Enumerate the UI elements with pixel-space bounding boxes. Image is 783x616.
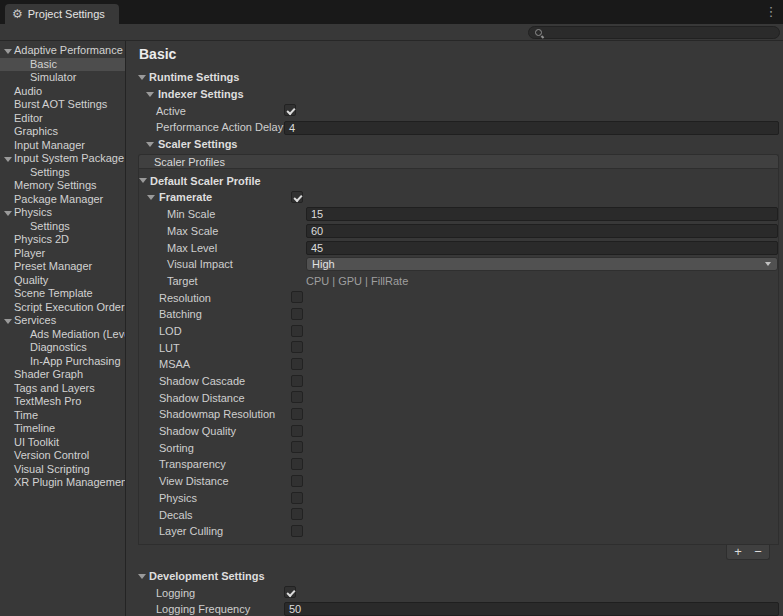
scaler-enabled-checkbox[interactable] bbox=[291, 291, 303, 303]
scaler-enabled-checkbox[interactable] bbox=[291, 525, 303, 537]
sidebar-item[interactable]: Burst AOT Settings bbox=[0, 98, 125, 112]
scaler-enabled-checkbox[interactable] bbox=[291, 375, 303, 387]
runtime-settings-label: Runtime Settings bbox=[138, 71, 239, 83]
min-scale-field[interactable]: 15 bbox=[306, 207, 778, 221]
indexer-settings-foldout[interactable]: Indexer Settings bbox=[138, 86, 779, 103]
sidebar-item[interactable]: Adaptive Performance bbox=[0, 44, 125, 58]
foldout-triangle-icon[interactable] bbox=[146, 142, 154, 147]
foldout-triangle-icon[interactable] bbox=[139, 178, 147, 183]
scaler-row: Shadowmap Resolution bbox=[139, 406, 778, 423]
search-input[interactable] bbox=[528, 26, 780, 39]
sidebar-item[interactable]: Ads Mediation (Level bbox=[0, 328, 125, 342]
sidebar-item[interactable]: Settings bbox=[0, 166, 125, 180]
sidebar-item[interactable]: Version Control bbox=[0, 449, 125, 463]
scaler-enabled-checkbox[interactable] bbox=[291, 475, 303, 487]
kebab-menu-icon[interactable]: ⋮ bbox=[764, 4, 778, 19]
scaler-enabled-checkbox[interactable] bbox=[291, 492, 303, 504]
sidebar-item[interactable]: Settings bbox=[0, 220, 125, 234]
scaler-enabled-checkbox[interactable] bbox=[291, 308, 303, 320]
scaler-enabled-checkbox[interactable] bbox=[291, 508, 303, 520]
performance-action-delay-field[interactable]: 4 bbox=[284, 121, 779, 135]
sidebar-item[interactable]: Input System Package bbox=[0, 152, 125, 166]
add-scaler-button[interactable]: + bbox=[728, 545, 748, 558]
scaler-enabled-checkbox[interactable] bbox=[291, 441, 303, 453]
sidebar-item[interactable]: Simulator bbox=[0, 71, 125, 85]
target-label: Target bbox=[139, 275, 198, 287]
foldout-triangle-icon[interactable] bbox=[4, 211, 12, 216]
sidebar-item-label: Visual Scripting bbox=[14, 463, 90, 475]
scaler-enabled-checkbox[interactable] bbox=[291, 458, 303, 470]
sidebar-item-label: In-App Purchasing bbox=[30, 355, 121, 367]
max-level-value: 45 bbox=[311, 242, 323, 254]
target-value: CPU | GPU | FillRate bbox=[306, 275, 408, 287]
sidebar-item[interactable]: UI Toolkit bbox=[0, 436, 125, 450]
performance-action-delay-value: 4 bbox=[289, 122, 295, 134]
foldout-triangle-icon[interactable] bbox=[138, 75, 146, 80]
sidebar-item[interactable]: Graphics bbox=[0, 125, 125, 139]
window-titlebar: ⚙ Project Settings ⋮ bbox=[0, 0, 783, 24]
sidebar-item[interactable]: Physics bbox=[0, 206, 125, 220]
sidebar-item-label: Tags and Layers bbox=[14, 382, 95, 394]
sidebar-item[interactable]: In-App Purchasing bbox=[0, 355, 125, 369]
scaler-settings-foldout[interactable]: Scaler Settings bbox=[138, 136, 779, 153]
remove-scaler-button[interactable]: − bbox=[748, 545, 768, 558]
sidebar-item[interactable]: Input Manager bbox=[0, 139, 125, 153]
sidebar-item[interactable]: Time bbox=[0, 409, 125, 423]
scaler-row: Resolution bbox=[139, 289, 778, 306]
settings-main-panel: Basic Runtime Settings Indexer Settings … bbox=[127, 41, 783, 616]
sidebar-item[interactable]: Script Execution Order bbox=[0, 301, 125, 315]
sidebar-item[interactable]: Editor bbox=[0, 112, 125, 126]
sidebar-item[interactable]: XR Plugin Management bbox=[0, 476, 125, 490]
sidebar-item[interactable]: Quality bbox=[0, 274, 125, 288]
scaler-row: Transparency bbox=[139, 456, 778, 473]
sidebar-item[interactable]: Scene Template bbox=[0, 287, 125, 301]
development-settings-foldout[interactable]: Development Settings bbox=[138, 568, 779, 585]
sidebar-item[interactable]: Diagnostics bbox=[0, 341, 125, 355]
foldout-triangle-icon[interactable] bbox=[4, 157, 12, 162]
scaler-enabled-checkbox[interactable] bbox=[291, 425, 303, 437]
logging-checkbox[interactable] bbox=[284, 586, 296, 598]
sidebar-item[interactable]: Package Manager bbox=[0, 193, 125, 207]
framerate-checkbox[interactable] bbox=[291, 191, 303, 203]
sidebar-item[interactable]: Services bbox=[0, 314, 125, 328]
sidebar-item[interactable]: Memory Settings bbox=[0, 179, 125, 193]
foldout-triangle-icon[interactable] bbox=[4, 49, 12, 54]
scaler-list: Resolution Batching LOD LUT bbox=[139, 289, 778, 539]
framerate-foldout[interactable]: Framerate bbox=[139, 189, 778, 206]
visual-impact-dropdown[interactable]: High bbox=[306, 257, 778, 271]
foldout-triangle-icon[interactable] bbox=[147, 195, 155, 200]
scaler-enabled-checkbox[interactable] bbox=[291, 325, 303, 337]
sidebar-item[interactable]: Audio bbox=[0, 85, 125, 99]
scaler-enabled-checkbox[interactable] bbox=[291, 391, 303, 403]
sidebar-item[interactable]: Visual Scripting bbox=[0, 463, 125, 477]
sidebar-item[interactable]: Shader Graph bbox=[0, 368, 125, 382]
scaler-enabled-checkbox[interactable] bbox=[291, 341, 303, 353]
foldout-triangle-icon[interactable] bbox=[138, 574, 146, 579]
logging-frequency-field[interactable]: 50 bbox=[284, 602, 779, 616]
scaler-label: Transparency bbox=[139, 458, 226, 470]
scaler-label: Physics bbox=[139, 492, 197, 504]
sidebar-item[interactable]: Preset Manager bbox=[0, 260, 125, 274]
tab-project-settings[interactable]: ⚙ Project Settings bbox=[5, 4, 119, 24]
max-level-field[interactable]: 45 bbox=[306, 241, 778, 255]
sidebar-item[interactable]: Physics 2D bbox=[0, 233, 125, 247]
sidebar-item[interactable]: Tags and Layers bbox=[0, 382, 125, 396]
sidebar-item[interactable]: Player bbox=[0, 247, 125, 261]
default-scaler-profile-foldout[interactable]: Default Scaler Profile bbox=[139, 172, 778, 189]
scaler-enabled-checkbox[interactable] bbox=[291, 358, 303, 370]
sidebar-item[interactable]: TextMesh Pro bbox=[0, 395, 125, 409]
scaler-list-footer: + − bbox=[138, 545, 779, 560]
sidebar-item-label: Editor bbox=[14, 112, 43, 124]
sidebar-item[interactable]: Basic bbox=[0, 58, 125, 72]
max-scale-field[interactable]: 60 bbox=[306, 224, 778, 238]
runtime-settings-foldout[interactable]: Runtime Settings bbox=[138, 69, 779, 86]
active-checkbox[interactable] bbox=[284, 104, 296, 116]
scaler-enabled-checkbox[interactable] bbox=[291, 408, 303, 420]
logging-row: Logging bbox=[138, 584, 779, 601]
foldout-triangle-icon[interactable] bbox=[4, 319, 12, 324]
scaler-label: LOD bbox=[139, 325, 182, 337]
foldout-triangle-icon[interactable] bbox=[146, 92, 154, 97]
sidebar-item[interactable]: Timeline bbox=[0, 422, 125, 436]
search-icon bbox=[534, 28, 544, 38]
scaler-row: Shadow Distance bbox=[139, 389, 778, 406]
